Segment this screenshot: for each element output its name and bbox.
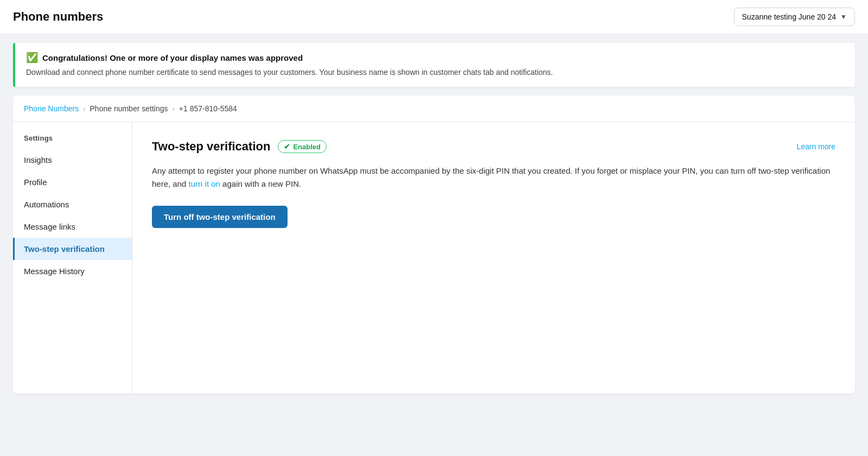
alert-title-text: Congratulations! One or more of your dis… — [42, 53, 303, 62]
section-header: Two-step verification ✔ Enabled Learn mo… — [152, 140, 835, 154]
breadcrumb-sep-1: › — [83, 105, 85, 113]
account-name: Suzanne testing June 20 24 — [742, 12, 837, 21]
breadcrumb-sep-2: › — [173, 105, 175, 113]
page-title: Phone numbers — [13, 10, 103, 24]
chevron-down-icon: ▼ — [840, 13, 847, 21]
settings-layout: Settings Insights Profile Automations Me… — [13, 122, 855, 394]
main-content: Phone Numbers › Phone number settings › … — [13, 96, 855, 394]
sidebar-heading: Settings — [13, 131, 132, 149]
turn-off-verification-button[interactable]: Turn off two-step verification — [152, 206, 288, 228]
breadcrumb-phone-number-settings: Phone number settings — [90, 104, 168, 113]
sidebar-item-message-links[interactable]: Message links — [13, 216, 132, 238]
breadcrumb-phone-number: +1 857-810-5584 — [179, 104, 237, 113]
section-description: Any attempt to register your phone numbe… — [152, 164, 835, 191]
alert-banner: ✅ Congratulations! One or more of your d… — [13, 43, 855, 87]
sidebar-item-two-step[interactable]: Two-step verification — [13, 238, 132, 260]
learn-more-link[interactable]: Learn more — [796, 142, 835, 151]
badge-label: Enabled — [293, 143, 321, 151]
sidebar-item-profile[interactable]: Profile — [13, 171, 132, 193]
badge-check-icon: ✔ — [284, 142, 290, 151]
two-step-title: Two-step verification — [152, 140, 270, 154]
alert-title: ✅ Congratulations! One or more of your d… — [26, 52, 844, 64]
turn-it-on-link[interactable]: turn it on — [189, 179, 220, 188]
section-title-group: Two-step verification ✔ Enabled — [152, 140, 327, 154]
breadcrumb-phone-numbers-link[interactable]: Phone Numbers — [24, 104, 79, 113]
desc-end: again with a new PIN. — [220, 179, 301, 188]
sidebar-item-insights[interactable]: Insights — [13, 149, 132, 171]
sidebar: Settings Insights Profile Automations Me… — [13, 122, 132, 394]
breadcrumb: Phone Numbers › Phone number settings › … — [13, 96, 855, 122]
sidebar-item-automations[interactable]: Automations — [13, 193, 132, 216]
sidebar-item-message-history[interactable]: Message History — [13, 260, 132, 282]
main-panel: Two-step verification ✔ Enabled Learn mo… — [132, 122, 855, 394]
enabled-badge: ✔ Enabled — [278, 140, 327, 153]
account-selector[interactable]: Suzanne testing June 20 24 ▼ — [734, 8, 855, 26]
alert-body: Download and connect phone number certif… — [26, 67, 844, 78]
check-circle-icon: ✅ — [26, 52, 38, 64]
top-header: Phone numbers Suzanne testing June 20 24… — [0, 0, 868, 34]
